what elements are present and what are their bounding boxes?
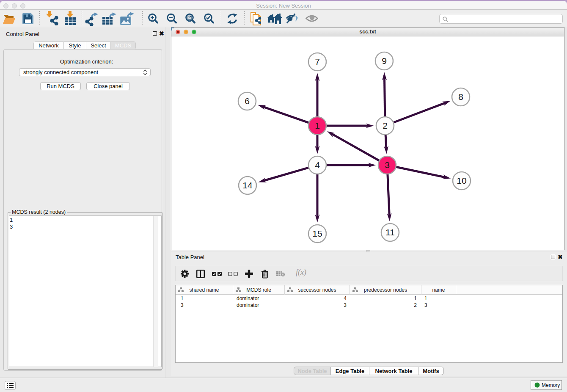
svg-text:2: 2 xyxy=(383,121,388,130)
svg-text:1: 1 xyxy=(315,121,320,130)
svg-text:11: 11 xyxy=(385,227,395,237)
svg-text:6: 6 xyxy=(245,96,250,106)
svg-text:10: 10 xyxy=(457,176,466,185)
svg-text:3: 3 xyxy=(385,160,390,170)
svg-text:4: 4 xyxy=(315,160,320,170)
svg-text:7: 7 xyxy=(315,57,320,66)
svg-text:9: 9 xyxy=(382,56,387,66)
svg-text:14: 14 xyxy=(242,180,253,190)
svg-text:8: 8 xyxy=(458,92,463,102)
svg-text:15: 15 xyxy=(312,229,322,238)
